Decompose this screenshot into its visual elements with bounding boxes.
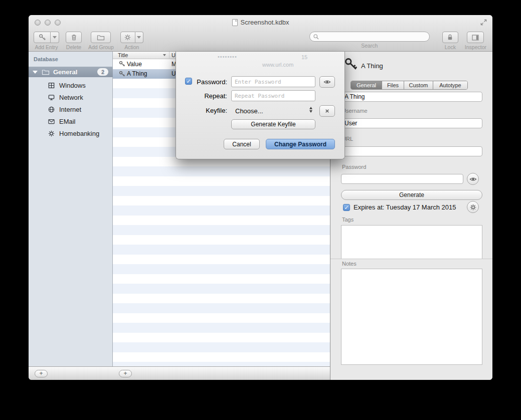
- username-label: Username: [342, 108, 368, 114]
- inspector-panel-icon: [471, 34, 479, 42]
- inspector-tabs: General Files Custom Autotype: [351, 81, 468, 90]
- add-entry-plus-button[interactable]: +: [119, 370, 132, 377]
- title-field[interactable]: [341, 92, 482, 102]
- window-title-group: Screenshot.kdbx: [29, 19, 492, 26]
- internet-globe-icon: [48, 106, 55, 113]
- entry-key-icon: [344, 57, 358, 71]
- generate-password-button[interactable]: Generate: [341, 190, 482, 200]
- email-envelope-icon: [48, 118, 55, 125]
- column-divider[interactable]: [169, 52, 169, 59]
- sidebar-item-label: Network: [59, 94, 83, 101]
- expires-options-button[interactable]: [467, 201, 479, 213]
- inspector-entry-title: A Thing: [361, 62, 383, 70]
- search-label: Search: [361, 43, 378, 49]
- sidebar-item-network[interactable]: Network: [29, 92, 113, 103]
- add-group-label: Add Group: [88, 44, 114, 50]
- change-password-button[interactable]: Change Password: [266, 139, 335, 149]
- entry-list-bottom-bar: +: [113, 366, 330, 380]
- inspector-label: Inspector: [465, 44, 486, 50]
- disclosure-triangle-icon[interactable]: [33, 71, 38, 74]
- delete-label: Delete: [66, 44, 81, 50]
- sidebar-item-homebanking[interactable]: Homebanking: [29, 128, 113, 139]
- inspector-panel: A Thing General Files Custom Autotype Us…: [330, 52, 492, 380]
- delete-button[interactable]: [66, 32, 82, 43]
- keyfile-popup[interactable]: Choose...: [231, 105, 315, 117]
- inspector-divider: [330, 259, 492, 259]
- username-field[interactable]: [341, 118, 482, 128]
- document-icon: [232, 19, 238, 26]
- add-group-button[interactable]: [91, 32, 111, 43]
- add-entry-item: Add Entry: [34, 32, 59, 50]
- dialog-password-label: Password:: [193, 78, 227, 86]
- sidebar-group-general[interactable]: General 2: [29, 67, 113, 77]
- sidebar-item-label: Internet: [59, 106, 81, 113]
- tab-files[interactable]: Files: [382, 81, 404, 89]
- inspector-item: Inspector: [465, 32, 486, 50]
- dimmed-modified-cell: 15: [301, 54, 307, 60]
- dimmed-url-cell: www.url.com: [262, 62, 293, 68]
- reveal-password-button[interactable]: [319, 76, 335, 88]
- key-icon: [119, 61, 125, 67]
- notes-label: Notes: [342, 261, 357, 267]
- entry-count-badge: 2: [97, 68, 108, 76]
- add-group-plus-button[interactable]: +: [35, 370, 48, 377]
- add-entry-label: Add Entry: [35, 44, 58, 50]
- eye-icon: [469, 175, 477, 183]
- lock-icon: [446, 34, 454, 41]
- eye-icon: [323, 78, 331, 86]
- sidebar-item-internet[interactable]: Internet: [29, 104, 113, 115]
- add-entry-button[interactable]: [34, 32, 51, 43]
- dialog-keyfile-label: Keyfile:: [193, 107, 227, 114]
- clear-keyfile-button[interactable]: [319, 105, 335, 117]
- password-enabled-checkbox[interactable]: [185, 78, 192, 85]
- close-x-icon: [324, 108, 330, 114]
- sidebar-item-label: Windows: [59, 82, 86, 89]
- column-header-title[interactable]: Title: [118, 52, 128, 58]
- gear-icon: [469, 203, 477, 211]
- fullscreen-icon[interactable]: [480, 19, 487, 26]
- key-icon: [39, 34, 46, 41]
- repeat-password-input[interactable]: [231, 90, 315, 101]
- expires-checkbox[interactable]: [343, 204, 350, 211]
- new-password-input[interactable]: [231, 76, 315, 87]
- search-icon: [313, 34, 319, 40]
- search-input[interactable]: [322, 33, 426, 41]
- action-dropdown-button[interactable]: [135, 32, 143, 43]
- url-field[interactable]: [341, 146, 482, 156]
- gear-icon: [124, 34, 131, 41]
- notes-field[interactable]: [341, 269, 482, 365]
- window-title: Screenshot.kdbx: [241, 19, 289, 26]
- add-entry-dropdown-button[interactable]: [51, 32, 59, 43]
- tags-label: Tags: [342, 217, 354, 223]
- sidebar-item-windows[interactable]: Windows: [29, 80, 113, 91]
- generate-keyfile-button[interactable]: Generate Keyfile: [231, 119, 315, 129]
- sidebar-bottom-bar: +: [29, 366, 113, 380]
- tab-general[interactable]: General: [351, 81, 382, 89]
- password-field[interactable]: [341, 174, 463, 184]
- sort-indicator-icon: [163, 54, 166, 56]
- network-icon: [48, 94, 55, 101]
- tab-custom[interactable]: Custom: [404, 81, 433, 89]
- cancel-button[interactable]: Cancel: [224, 139, 260, 149]
- show-password-button[interactable]: [467, 173, 479, 185]
- lock-button[interactable]: [442, 32, 458, 43]
- inspector-toggle-button[interactable]: [467, 32, 484, 43]
- homebanking-gear-icon: [48, 130, 55, 137]
- chevron-down-icon: [137, 36, 141, 39]
- sidebar-item-label: EMail: [59, 118, 76, 125]
- screen: Screenshot.kdbx Add Entry: [0, 0, 521, 420]
- lock-label: Lock: [445, 44, 456, 50]
- dialog-repeat-label: Repeat:: [193, 92, 227, 100]
- key-icon: [119, 71, 125, 77]
- action-button[interactable]: [120, 32, 135, 43]
- tags-field[interactable]: [341, 225, 482, 259]
- tab-autotype[interactable]: Autotype: [433, 81, 467, 89]
- title-bar: Screenshot.kdbx: [29, 15, 492, 30]
- action-item: Action: [120, 32, 143, 50]
- delete-item: Delete: [66, 32, 82, 50]
- entry-title-cell: Value: [127, 61, 142, 68]
- sidebar-item-email[interactable]: EMail: [29, 116, 113, 127]
- sidebar-item-label: Homebanking: [59, 130, 99, 137]
- window: Screenshot.kdbx Add Entry: [29, 15, 492, 380]
- change-password-dialog: •••••••• 15 www.url.com Password: Repeat…: [176, 52, 345, 159]
